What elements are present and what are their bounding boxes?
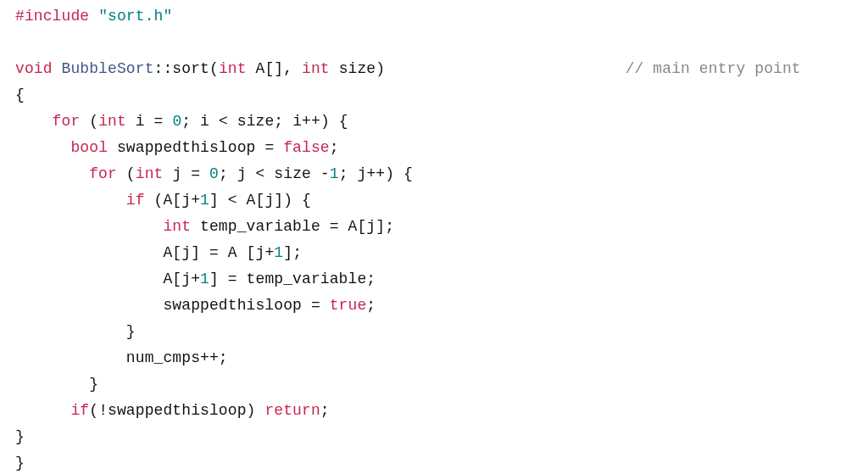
source-code: #include "sort.h" void BubbleSort::sort(… xyxy=(0,0,868,474)
code-line-6: for (int j = 0; j < size -1; j++) { xyxy=(15,165,413,182)
code-line-11: swappedthisloop = true; xyxy=(15,297,376,314)
code-line-14: } xyxy=(15,376,98,393)
code-line-12: } xyxy=(15,323,136,340)
code-line-10: A[j+1] = temp_variable; xyxy=(15,270,376,287)
code-line-8: int temp_variable = A[j]; xyxy=(15,218,394,235)
code-line-7: if (A[j+1] < A[j]) { xyxy=(15,192,311,209)
code-line-13: num_cmps++; xyxy=(15,349,228,366)
comment-main-entry: // main entry point xyxy=(626,60,801,77)
code-line-4: for (int i = 0; i < size; i++) { xyxy=(15,113,348,130)
code-line-2: void BubbleSort::sort(int A[], int size)… xyxy=(15,60,801,77)
code-line-9: A[j] = A [j+1]; xyxy=(15,244,302,261)
code-line-17: } xyxy=(15,454,25,471)
code-line-5: bool swappedthisloop = false; xyxy=(15,139,339,156)
code-line-1: #include "sort.h" xyxy=(15,8,172,25)
code-line-3: { xyxy=(15,86,25,103)
code-line-16: } xyxy=(15,428,25,445)
code-line-15: if(!swappedthisloop) return; xyxy=(15,402,330,419)
